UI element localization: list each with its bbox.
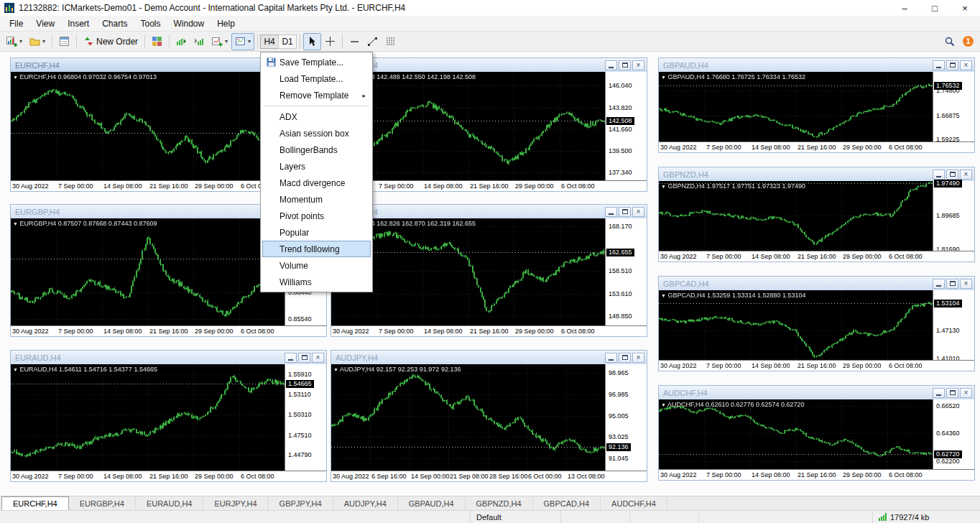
- chart-window-titlebar[interactable]: GBPNZD,H4×: [659, 167, 974, 181]
- templates-button[interactable]: ▾: [231, 33, 254, 50]
- price-axis[interactable]: 1.531041.471301.41010: [933, 290, 974, 360]
- chart-close-button[interactable]: ×: [960, 60, 972, 70]
- chart-window-titlebar[interactable]: GBPJPY,H4×: [331, 205, 647, 218]
- chart-restore-button[interactable]: [619, 353, 631, 363]
- chart-restore-button[interactable]: [946, 388, 958, 398]
- price-axis[interactable]: 1.974901.896851.81690: [933, 181, 974, 251]
- profile-selector[interactable]: Default: [471, 511, 561, 523]
- time-axis[interactable]: 30 Aug 20227 Sep 00:0014 Sep 08:0021 Sep…: [331, 180, 647, 191]
- chart-close-button[interactable]: ×: [632, 207, 644, 217]
- chart-window-titlebar[interactable]: EURAUD,H4×: [11, 351, 326, 364]
- candlestick-chart[interactable]: [659, 290, 933, 360]
- price-axis[interactable]: 146.040143.820142.508141.660139.500137.3…: [605, 72, 647, 180]
- chart-minimize-button[interactable]: [605, 353, 617, 363]
- horizontal-line-button[interactable]: [346, 33, 364, 50]
- data-window-button[interactable]: [55, 33, 73, 50]
- menu-item-load-template[interactable]: Load Template...: [262, 70, 371, 87]
- chart-restore-button[interactable]: [946, 60, 958, 70]
- chart-close-button[interactable]: ×: [960, 388, 972, 398]
- chart-shift-button[interactable]: [190, 33, 208, 50]
- menu-tools[interactable]: Tools: [134, 17, 167, 30]
- menu-view[interactable]: View: [29, 17, 61, 30]
- chart-restore-button[interactable]: [619, 207, 631, 217]
- timeframe-h4-button[interactable]: H4: [260, 34, 279, 49]
- menu-insert[interactable]: Insert: [61, 17, 96, 30]
- chart-close-button[interactable]: ×: [632, 60, 644, 70]
- menu-item-asian-session-box[interactable]: Asian session box: [262, 125, 371, 142]
- menu-item-volume[interactable]: Volume: [262, 257, 371, 274]
- time-axis[interactable]: 30 Aug 20226 Sep 16:0014 Sep 00:0021 Sep…: [331, 471, 647, 481]
- timeframe-d1-button[interactable]: D1: [278, 34, 297, 49]
- chart-close-button[interactable]: ×: [960, 279, 972, 289]
- chart-restore-button[interactable]: [946, 170, 958, 180]
- menu-item-momentum[interactable]: Momentum: [262, 191, 371, 208]
- candlestick-chart[interactable]: [659, 399, 933, 469]
- chart-window-titlebar[interactable]: AUDJPY,H4×: [331, 351, 647, 364]
- chart-minimize-button[interactable]: [605, 207, 617, 217]
- chart-window-titlebar[interactable]: GBPAUD,H4×: [659, 58, 974, 72]
- time-axis[interactable]: 30 Aug 20227 Sep 00:0014 Sep 08:0021 Sep…: [659, 142, 974, 152]
- candlestick-chart[interactable]: [659, 181, 933, 251]
- chart-minimize-button[interactable]: [933, 388, 945, 398]
- tab-eurchf-h4[interactable]: EURCHF,H4: [1, 496, 69, 510]
- tile-windows-button[interactable]: [148, 33, 166, 50]
- candlestick-chart[interactable]: [331, 364, 605, 471]
- new-order-button[interactable]: New Order: [80, 33, 142, 50]
- chart-window-titlebar[interactable]: AUDCHF,H4×: [659, 386, 974, 399]
- menu-item-popular[interactable]: Popular: [262, 224, 371, 241]
- menu-item-williams[interactable]: Williams: [262, 274, 371, 290]
- candlestick-chart[interactable]: [11, 364, 285, 471]
- tab-euraud-h4[interactable]: EURAUD,H4: [136, 497, 204, 510]
- chart-close-button[interactable]: ×: [632, 353, 644, 363]
- tab-gbpnzd-h4[interactable]: GBPNZD,H4: [466, 497, 533, 510]
- candlestick-chart[interactable]: [659, 72, 933, 142]
- chart-window-titlebar[interactable]: EURJPY,H4×: [331, 58, 647, 72]
- notification-badge[interactable]: 1: [959, 33, 977, 50]
- indicators-button[interactable]: ▾: [208, 33, 231, 50]
- time-axis[interactable]: 30 Aug 20227 Sep 00:0014 Sep 08:0021 Sep…: [11, 325, 326, 336]
- auto-scroll-button[interactable]: [172, 33, 190, 50]
- candlestick-chart[interactable]: [11, 218, 285, 325]
- chart-minimize-button[interactable]: [285, 353, 297, 363]
- cursor-button[interactable]: [303, 33, 321, 50]
- chart-close-button[interactable]: ×: [312, 353, 324, 363]
- time-axis[interactable]: 30 Aug 20227 Sep 00:0014 Sep 08:0021 Sep…: [11, 471, 326, 481]
- menu-window[interactable]: Window: [167, 17, 211, 30]
- time-axis[interactable]: 30 Aug 20227 Sep 00:0014 Sep 08:0021 Sep…: [659, 360, 974, 371]
- crosshair-button[interactable]: [321, 33, 339, 50]
- chart-window-titlebar[interactable]: GBPCAD,H4×: [659, 277, 974, 290]
- menu-item-remove-template[interactable]: Remove Template▸: [262, 87, 371, 103]
- menu-item-macd-divergence[interactable]: Macd divergence: [262, 175, 371, 191]
- menu-item-adx[interactable]: ADX: [262, 108, 371, 125]
- menu-item-layers[interactable]: Layers: [262, 158, 371, 175]
- price-axis[interactable]: 1.559101.546651.531101.503101.475101.447…: [285, 364, 326, 471]
- tab-audchf-h4[interactable]: AUDCHF,H4: [601, 497, 667, 510]
- menu-item-trend-folllowing[interactable]: Trend folllowing: [262, 241, 371, 257]
- chart-minimize-button[interactable]: [933, 279, 945, 289]
- chart-minimize-button[interactable]: [933, 170, 945, 180]
- time-axis[interactable]: 30 Aug 20227 Sep 00:0014 Sep 08:0021 Sep…: [331, 325, 647, 336]
- menu-item-bollingerbands[interactable]: BollingerBands: [262, 142, 371, 158]
- menu-file[interactable]: File: [3, 17, 29, 30]
- fibonacci-button[interactable]: [382, 33, 399, 50]
- chart-restore-button[interactable]: [946, 279, 958, 289]
- chart-minimize-button[interactable]: [605, 60, 617, 70]
- menu-item-save-template[interactable]: Save Template...: [262, 54, 371, 70]
- tab-audjpy-h4[interactable]: AUDJPY,H4: [333, 497, 398, 510]
- chart-close-button[interactable]: ×: [960, 170, 972, 180]
- time-axis[interactable]: 30 Aug 20227 Sep 00:0014 Sep 08:0021 Sep…: [659, 251, 974, 262]
- menu-item-pivot-points[interactable]: Pivot points: [262, 208, 371, 224]
- price-axis[interactable]: 1.765321.748001.668751.59225: [933, 72, 974, 142]
- profiles-button[interactable]: ▾: [26, 33, 49, 50]
- chart-restore-button[interactable]: [619, 60, 631, 70]
- tab-eurjpy-h4[interactable]: EURJPY,H4: [203, 497, 268, 510]
- price-axis[interactable]: 98.96596.98595.00593.02592.13691.045: [605, 364, 647, 471]
- new-chart-button[interactable]: ▾: [3, 33, 26, 50]
- chart-minimize-button[interactable]: [933, 60, 945, 70]
- price-axis[interactable]: 0.665200.643600.627200.62200: [933, 399, 974, 469]
- menu-help[interactable]: Help: [211, 17, 241, 30]
- trendline-button[interactable]: [364, 33, 382, 50]
- chart-restore-button[interactable]: [298, 353, 310, 363]
- tab-eurgbp-h4[interactable]: EURGBP,H4: [69, 497, 136, 510]
- time-axis[interactable]: 30 Aug 20227 Sep 00:0014 Sep 08:0021 Sep…: [659, 469, 974, 480]
